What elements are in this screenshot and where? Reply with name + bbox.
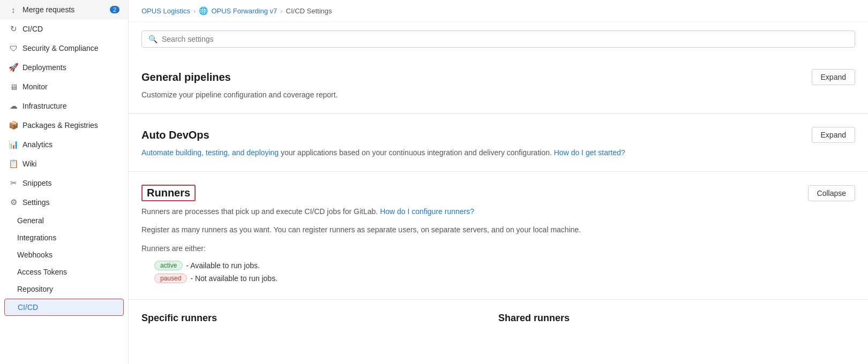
general-pipelines-expand-button[interactable]: Expand bbox=[812, 69, 855, 85]
sidebar-item-settings[interactable]: ⚙ Settings bbox=[0, 193, 128, 212]
runners-paused-row: paused - Not available to run jobs. bbox=[154, 274, 278, 283]
sidebar-sub-item-access-tokens[interactable]: Access Tokens bbox=[0, 263, 128, 280]
sidebar-sub-item-cicd[interactable]: CI/CD bbox=[4, 299, 124, 316]
auto-devops-title: Auto DevOps bbox=[141, 129, 209, 141]
runners-section: Runners Collapse Runners are processes t… bbox=[129, 172, 868, 300]
shared-runners-title: Shared runners bbox=[498, 313, 855, 324]
general-pipelines-desc: Customize your pipeline configuration an… bbox=[141, 89, 855, 101]
sidebar-item-wiki[interactable]: 📋 Wiki bbox=[0, 154, 128, 173]
sidebar-sub-item-webhooks[interactable]: Webhooks bbox=[0, 246, 128, 263]
sidebar-item-infrastructure[interactable]: ☁ Infrastructure bbox=[0, 96, 128, 116]
search-bar: 🔍 bbox=[129, 22, 868, 56]
analytics-icon: 📊 bbox=[9, 140, 18, 149]
auto-devops-header: Auto DevOps Expand bbox=[141, 127, 855, 143]
breadcrumb-project[interactable]: OPUS Forwarding v7 bbox=[211, 7, 277, 15]
runners-desc2: Register as many runners as you want. Yo… bbox=[141, 224, 855, 236]
general-pipelines-section: General pipelines Expand Customize your … bbox=[129, 56, 868, 114]
runners-collapse-button[interactable]: Collapse bbox=[808, 185, 855, 201]
shared-runners-col: Shared runners bbox=[498, 313, 855, 324]
sidebar-item-cicd[interactable]: ↻ CI/CD bbox=[0, 19, 128, 39]
breadcrumb-sep-2: › bbox=[280, 7, 282, 15]
bottom-sections: Specific runners Shared runners bbox=[129, 300, 868, 324]
merge-requests-badge: 2 bbox=[110, 6, 119, 13]
sidebar-sub-item-integrations[interactable]: Integrations bbox=[0, 229, 128, 246]
active-desc: - Available to run jobs. bbox=[186, 261, 260, 270]
runners-paused-item: paused - Not available to run jobs. bbox=[154, 274, 855, 283]
active-badge: active bbox=[154, 261, 183, 270]
auto-devops-link1[interactable]: Automate building, testing, and deployin… bbox=[141, 148, 279, 157]
runners-header: Runners Collapse bbox=[141, 185, 855, 201]
breadcrumb-sep-1: › bbox=[193, 7, 196, 15]
paused-desc: - Not available to run jobs. bbox=[190, 274, 278, 283]
infrastructure-icon: ☁ bbox=[9, 101, 18, 111]
globe-icon: 🌐 bbox=[199, 6, 208, 15]
merge-requests-icon: ↕ bbox=[9, 5, 18, 14]
runners-active-row: active - Available to run jobs. bbox=[154, 261, 260, 270]
auto-devops-expand-button[interactable]: Expand bbox=[812, 127, 855, 143]
sidebar-item-monitor[interactable]: 🖥 Monitor bbox=[0, 77, 128, 96]
sidebar-item-merge-requests[interactable]: ↕ Merge requests 2 bbox=[0, 0, 128, 19]
cicd-icon: ↻ bbox=[9, 24, 18, 34]
sidebar-sub-item-general[interactable]: General bbox=[0, 212, 128, 229]
deployments-icon: 🚀 bbox=[9, 63, 18, 72]
general-pipelines-header: General pipelines Expand bbox=[141, 69, 855, 85]
auto-devops-desc-middle: your applications based on your continuo… bbox=[281, 148, 554, 157]
sidebar: ↕ Merge requests 2 ↻ CI/CD 🛡 Security & … bbox=[0, 0, 129, 364]
shield-icon: 🛡 bbox=[9, 43, 18, 53]
runners-title: Runners bbox=[141, 185, 196, 201]
wiki-icon: 📋 bbox=[9, 159, 18, 169]
sidebar-item-analytics[interactable]: 📊 Analytics bbox=[0, 135, 128, 154]
auto-devops-desc: Automate building, testing, and deployin… bbox=[141, 147, 855, 158]
runners-active-item: active - Available to run jobs. bbox=[154, 261, 855, 270]
specific-runners-title: Specific runners bbox=[141, 313, 498, 324]
main-content: OPUS Logistics › 🌐 OPUS Forwarding v7 › … bbox=[129, 0, 868, 364]
sidebar-item-packages-registries[interactable]: 📦 Packages & Registries bbox=[0, 116, 128, 135]
paused-badge: paused bbox=[154, 274, 187, 283]
breadcrumb-org[interactable]: OPUS Logistics bbox=[141, 7, 190, 15]
runners-desc2-text: Register as many runners as you want. Yo… bbox=[141, 225, 581, 234]
runners-status-list: active - Available to run jobs. paused -… bbox=[154, 261, 855, 283]
breadcrumb: OPUS Logistics › 🌐 OPUS Forwarding v7 › … bbox=[129, 0, 868, 22]
sidebar-item-security-compliance[interactable]: 🛡 Security & Compliance bbox=[0, 39, 128, 58]
auto-devops-link2[interactable]: How do I get started? bbox=[554, 148, 625, 157]
sidebar-item-deployments[interactable]: 🚀 Deployments bbox=[0, 58, 128, 77]
sidebar-sub-item-repository[interactable]: Repository bbox=[0, 280, 128, 298]
auto-devops-section: Auto DevOps Expand Automate building, te… bbox=[129, 114, 868, 172]
runners-desc1: Runners are processes that pick up and e… bbox=[141, 206, 855, 217]
settings-icon: ⚙ bbox=[9, 198, 18, 207]
runners-desc3: Runners are either: bbox=[141, 242, 855, 254]
search-input-wrap[interactable]: 🔍 bbox=[141, 31, 855, 48]
specific-runners-col: Specific runners bbox=[141, 313, 498, 324]
packages-icon: 📦 bbox=[9, 120, 18, 130]
runners-desc1-text: Runners are processes that pick up and e… bbox=[141, 207, 380, 216]
general-pipelines-title: General pipelines bbox=[141, 71, 231, 84]
sidebar-item-snippets[interactable]: ✂ Snippets bbox=[0, 173, 128, 193]
breadcrumb-page: CI/CD Settings bbox=[286, 7, 332, 15]
snippets-icon: ✂ bbox=[9, 178, 18, 188]
search-input[interactable] bbox=[162, 35, 848, 43]
search-icon: 🔍 bbox=[148, 35, 158, 43]
runners-configure-link[interactable]: How do I configure runners? bbox=[380, 207, 474, 216]
monitor-icon: 🖥 bbox=[9, 82, 18, 92]
